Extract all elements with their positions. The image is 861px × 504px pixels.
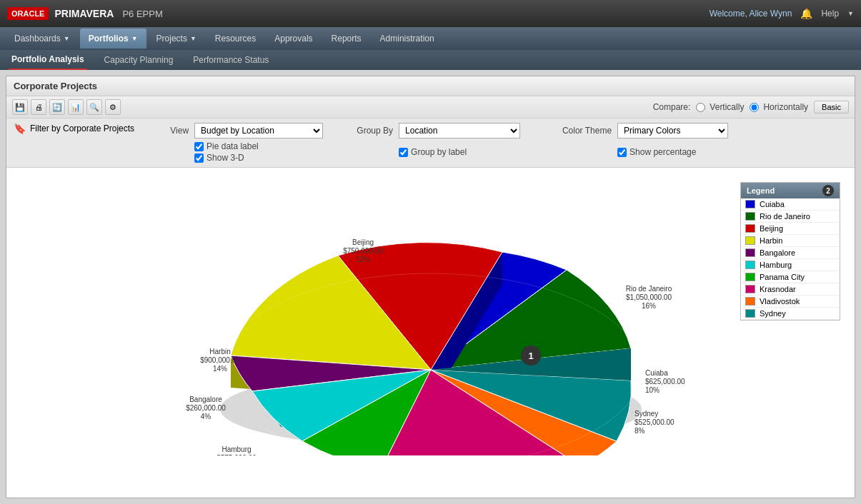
nav-bar: Dashboards ▼ Portfolios ▼ Projects ▼ Res… [0, 27, 861, 50]
sub-nav: Portfolio Analysis Capacity Planning Per… [0, 50, 861, 70]
legend-items: Cuiaba Rio de Janeiro Beijing Harbin Ban… [741, 198, 840, 320]
subnav-capacity-planning[interactable]: Capacity Planning [101, 50, 176, 70]
refresh-button[interactable]: 🔄 [49, 99, 65, 115]
projects-arrow-icon: ▼ [190, 35, 196, 42]
groupbylabel-checkbox[interactable] [399, 148, 408, 157]
panel-title: Corporate Projects [14, 81, 97, 91]
groupby-select[interactable]: Location [399, 123, 520, 138]
show-3d-checkbox-row[interactable]: Show 3-D [194, 153, 330, 163]
pie-container: Rio de Janeiro $1,050,000.00 16% Cuiaba … [6, 168, 855, 485]
subnav-portfolio-analysis[interactable]: Portfolio Analysis [9, 50, 87, 70]
basic-button[interactable]: Basic [814, 101, 849, 114]
colortheme-select[interactable]: Primary Colors [617, 123, 728, 138]
svg-text:$575,000.00: $575,000.00 [217, 454, 257, 455]
panel-header: Corporate Projects [6, 76, 855, 96]
legend-item-label: Harbin [760, 236, 782, 245]
svg-text:$260,000.00: $260,000.00 [186, 404, 226, 412]
groupbylabel-checkbox-row[interactable]: Group by label [399, 147, 534, 157]
svg-text:8%: 8% [634, 427, 645, 435]
legend-color-swatch [745, 248, 755, 257]
svg-text:Beijing: Beijing [352, 238, 373, 246]
subnav-performance-status[interactable]: Performance Status [190, 50, 272, 70]
help-arrow-icon: ▼ [847, 10, 854, 17]
chart-button[interactable]: 📊 [68, 99, 84, 115]
nav-approvals[interactable]: Approvals [266, 29, 321, 49]
view-select[interactable]: Budget by Location [194, 123, 323, 138]
svg-text:$625,000.00: $625,000.00 [645, 378, 685, 385]
svg-text:Bangalore: Bangalore [189, 395, 222, 403]
svg-text:16%: 16% [641, 302, 655, 310]
legend-box: Legend 2 Cuiaba Rio de Janeiro Beijing H… [740, 182, 840, 321]
showpercentage-checkbox[interactable] [617, 148, 627, 157]
legend-item: Bangalore [741, 247, 840, 259]
legend-item: Beijing [741, 223, 840, 235]
print-button[interactable]: 🖨 [31, 99, 46, 115]
svg-text:10%: 10% [645, 386, 660, 394]
legend-header: Legend 2 [741, 183, 840, 198]
horizontally-radio[interactable] [750, 103, 759, 112]
legend-item-label: Vladivostok [760, 297, 800, 306]
legend-item: Panama City [741, 271, 840, 283]
legend-item: Sydney [741, 308, 840, 320]
legend-item: Cuiaba [741, 198, 840, 211]
legend-color-swatch [745, 212, 755, 221]
nav-resources[interactable]: Resources [206, 29, 264, 49]
show-3d-checkbox[interactable] [194, 153, 204, 163]
legend-color-swatch [745, 297, 755, 306]
svg-text:12%: 12% [355, 256, 369, 263]
svg-text:$750,000.00: $750,000.00 [343, 247, 383, 255]
pie-datalabel-checkbox-row[interactable]: Pie data label [194, 141, 330, 151]
primavera-text: PRIMAVERA [54, 8, 114, 19]
svg-text:Hamburg: Hamburg [222, 445, 251, 453]
toolbar-left: 💾 🖨 🔄 📊 🔍 ⚙ [12, 99, 121, 115]
nav-dashboards[interactable]: Dashboards ▼ [6, 29, 79, 49]
colortheme-label: Color Theme [540, 126, 612, 136]
help-button[interactable]: Help [821, 9, 839, 19]
groupby-label: Group By [336, 126, 393, 136]
nav-administration[interactable]: Administration [372, 29, 443, 49]
groupbylabel-label: Group by label [411, 147, 467, 157]
legend-color-swatch [745, 285, 755, 293]
top-bar: ORACLE PRIMAVERA P6 EPPM Welcome, Alice … [0, 0, 861, 27]
svg-text:$525,000.00: $525,000.00 [634, 418, 675, 426]
dashboards-arrow-icon: ▼ [64, 35, 70, 42]
filter-icon: 🔖 [14, 123, 26, 134]
nav-reports[interactable]: Reports [323, 29, 370, 49]
vertically-radio[interactable] [696, 103, 705, 112]
filter-button[interactable]: 🔍 [86, 99, 102, 115]
legend-color-swatch [745, 273, 755, 281]
oracle-logo: ORACLE [7, 7, 49, 20]
svg-text:4%: 4% [200, 413, 211, 420]
legend-item-label: Rio de Janeiro [760, 212, 810, 221]
logo-area: ORACLE PRIMAVERA P6 EPPM [7, 7, 163, 20]
vertically-radio-group[interactable]: Vertically [696, 102, 744, 112]
portfolios-arrow-icon: ▼ [131, 35, 138, 42]
legend-item-label: Bangalore [760, 248, 795, 257]
horizontally-label: Horizontally [763, 102, 808, 112]
welcome-text: Welcome, Alice Wynn [710, 9, 792, 19]
pie-datalabel-checkbox[interactable] [194, 142, 204, 151]
filter-label: Filter by Corporate Projects [30, 124, 134, 133]
svg-text:Harbin: Harbin [209, 348, 230, 356]
settings-button[interactable]: ⚙ [105, 99, 121, 115]
svg-text:$1,050,000.00: $1,050,000.00 [626, 293, 672, 301]
showpercentage-checkbox-row[interactable]: Show percentage [617, 147, 753, 157]
showpercentage-label: Show percentage [629, 147, 696, 157]
save-button[interactable]: 💾 [12, 99, 28, 115]
show-3d-label: Show 3-D [206, 153, 244, 163]
legend-item-label: Krasnodar [760, 285, 796, 293]
nav-portfolios[interactable]: Portfolios ▼ [80, 29, 146, 49]
legend-color-swatch [745, 200, 755, 208]
legend-color-swatch [745, 224, 755, 233]
horizontally-radio-group[interactable]: Horizontally [750, 102, 808, 112]
svg-text:1: 1 [528, 351, 533, 361]
svg-text:Cuiaba: Cuiaba [645, 369, 668, 377]
legend-item: Krasnodar [741, 283, 840, 296]
notification-icon[interactable]: 🔔 [800, 8, 812, 19]
nav-projects[interactable]: Projects ▼ [148, 29, 205, 49]
legend-item-label: Cuiaba [760, 200, 785, 208]
legend-item: Vladivostok [741, 296, 840, 308]
toolbar: 💾 🖨 🔄 📊 🔍 ⚙ Compare: Vertically Horizont… [6, 96, 855, 119]
legend-item-label: Hamburg [760, 261, 792, 269]
toolbar-right: Compare: Vertically Horizontally Basic [653, 101, 849, 114]
